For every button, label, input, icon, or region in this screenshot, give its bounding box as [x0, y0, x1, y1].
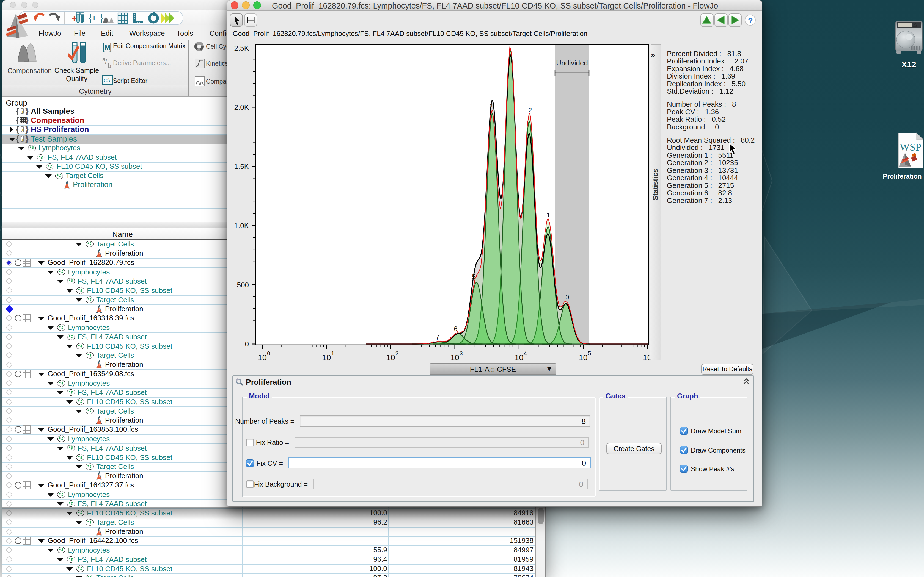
svg-text:WSP: WSP	[900, 141, 921, 153]
